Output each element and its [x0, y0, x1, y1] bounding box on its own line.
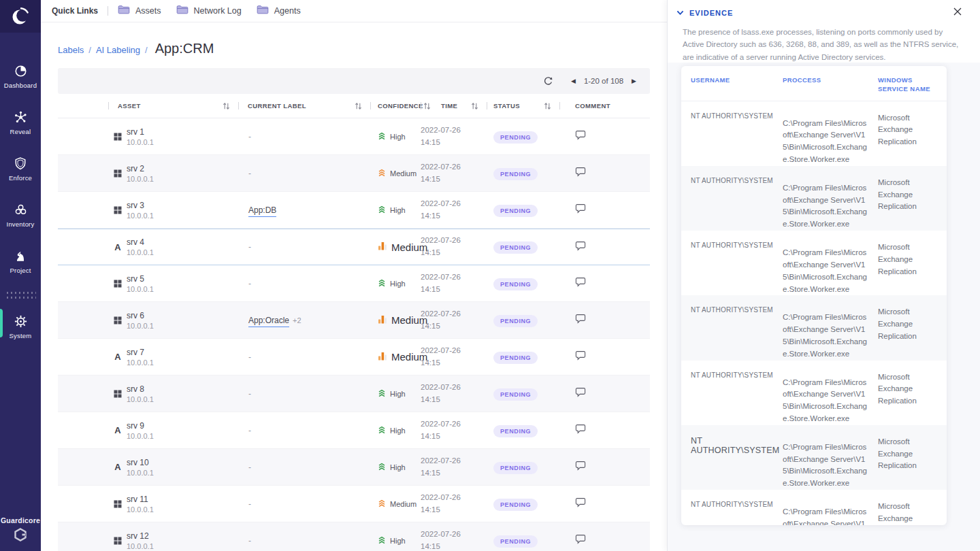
quick-links-label[interactable]: Quick Links [52, 6, 98, 16]
table-row[interactable]: srv 5 10.0.0.1 - High 2022-07-26 14:15 P… [58, 265, 650, 302]
confidence-medium-icon [378, 498, 386, 510]
table-row[interactable]: srv 12 10.0.0.1 - High 2022-07-26 14:15 … [58, 522, 650, 551]
comment-icon[interactable] [575, 534, 586, 544]
comment-icon[interactable] [575, 167, 586, 177]
table-row[interactable]: srv 1 10.0.0.1 - High 2022-07-26 14:15 P… [58, 118, 650, 155]
sort-icon[interactable] [471, 102, 478, 110]
time-cell: 2022-07-26 14:15 [421, 455, 487, 480]
network-graph-icon [14, 110, 28, 124]
asset-ip: 10.0.0.1 [127, 212, 154, 220]
evidence-service-name: Microsoft Exchange Replication [878, 501, 938, 525]
row-time: 14:15 [421, 541, 487, 551]
topbar-item-agents[interactable]: Agents [257, 5, 301, 17]
evidence-process: C:\Program Files\Microsoft\Exchange Serv… [783, 247, 878, 295]
comment-icon[interactable] [575, 424, 586, 434]
current-label-cell: App:DB [238, 205, 370, 215]
row-time: 14:15 [421, 394, 487, 406]
current-label-cell: - [238, 426, 370, 435]
comment-icon[interactable] [575, 497, 586, 507]
evidence-service-name: Microsoft Exchange Replication [878, 241, 938, 295]
guardicore-crescent-logo[interactable] [0, 0, 41, 33]
breadcrumb-link[interactable]: AI Labeling [96, 45, 140, 55]
sidebar-item-reveal[interactable]: Reveal [0, 103, 41, 141]
status-badge: PENDING [493, 425, 538, 437]
confidence-cell: Medium [370, 314, 421, 327]
row-date: 2022-07-26 [421, 308, 487, 320]
generic-asset-icon: A [113, 425, 122, 435]
sort-icon[interactable] [355, 102, 362, 110]
table-row[interactable]: srv 11 10.0.0.1 - Medium 2022-07-26 14:1… [58, 486, 650, 522]
table-row[interactable]: srv 2 10.0.0.1 - Medium 2022-07-26 14:15… [58, 155, 650, 192]
evidence-column-header[interactable]: WINDOWS SERVICE NAME [878, 76, 938, 94]
sidebar-item-project[interactable]: Project [0, 242, 41, 280]
chevron-down-icon[interactable] [676, 10, 684, 16]
sort-icon[interactable] [544, 102, 551, 110]
refresh-button[interactable] [543, 76, 553, 86]
evidence-row[interactable]: NT AUTHORITY\SYSTEM C:\Program Files\Mic… [681, 490, 947, 525]
label-link[interactable]: App:DB [248, 205, 276, 217]
asset-ip: 10.0.0.1 [127, 358, 154, 367]
table-row[interactable]: srv 6 10.0.0.1 App:Oracle+2 Medium 2022-… [58, 302, 650, 339]
topbar-item-network-log[interactable]: Network Log [176, 5, 242, 17]
evidence-username: NT AUTHORITY\SYSTEM [691, 371, 783, 425]
table-row[interactable]: A srv 7 10.0.0.1 - Medium 2022-07-26 14:… [58, 339, 650, 375]
column-header-time[interactable]: TIME [421, 94, 487, 118]
next-page-arrow-icon[interactable]: ▶ [629, 76, 639, 86]
column-header-status[interactable]: STATUS [487, 94, 559, 118]
confidence-high-icon [378, 204, 386, 216]
evidence-row[interactable]: NT AUTHORITY\SYSTEM C:\Program Files\Mic… [681, 101, 947, 166]
evidence-username: NT AUTHORITY\SYSTEM [691, 436, 783, 490]
row-time: 14:15 [421, 137, 487, 149]
evidence-row[interactable]: NT AUTHORITY\SYSTEM C:\Program Files\Mic… [681, 361, 947, 425]
column-header-confidence[interactable]: CONFIDENCE [370, 94, 421, 118]
comment-icon[interactable] [575, 461, 586, 471]
status-badge: PENDING [493, 388, 538, 401]
label-link[interactable]: App:Oracle [248, 316, 289, 327]
confidence-high-icon [378, 388, 386, 400]
table-row[interactable]: A srv 10 10.0.0.1 - High 2022-07-26 14:1… [58, 449, 650, 486]
comment-icon[interactable] [575, 277, 586, 287]
comment-icon[interactable] [575, 350, 586, 361]
empty-label-dash: - [248, 352, 251, 362]
comment-icon[interactable] [575, 314, 586, 324]
column-header-current-label[interactable]: CURRENT LABEL [238, 94, 370, 118]
evidence-column-header[interactable]: USERNAME [691, 76, 783, 94]
comment-icon[interactable] [575, 387, 586, 397]
evidence-username: NT AUTHORITY\SYSTEM [691, 112, 783, 166]
evidence-row[interactable]: NT AUTHORITY\SYSTEM C:\Program Files\Mic… [681, 166, 947, 231]
table-row[interactable]: A srv 4 10.0.0.1 - Medium 2022-07-26 14:… [58, 229, 650, 265]
comment-icon[interactable] [575, 130, 586, 140]
topbar-item-assets[interactable]: Assets [118, 5, 161, 17]
evidence-column-header[interactable]: PROCCESS [783, 76, 878, 94]
comment-icon[interactable] [575, 203, 586, 214]
time-cell: 2022-07-26 14:15 [421, 418, 487, 443]
breadcrumb-link[interactable]: Labels [58, 45, 84, 55]
row-time: 14:15 [421, 431, 487, 443]
label-extra-count[interactable]: +2 [293, 316, 301, 324]
table-toolbar: ◀ 1-20 of 108 ▶ [58, 68, 650, 94]
confidence-text: High [390, 280, 406, 288]
asset-ip: 10.0.0.1 [127, 432, 154, 440]
evidence-process: C:\Program Files\Microsoft\Exchange Serv… [783, 118, 878, 166]
folder-icon [118, 5, 130, 17]
sidebar-item-system[interactable]: System [0, 307, 41, 345]
table-row[interactable]: srv 8 10.0.0.1 - High 2022-07-26 14:15 P… [58, 375, 650, 412]
evidence-title[interactable]: EVIDENCE [689, 9, 733, 17]
column-header-asset[interactable]: ASSET [108, 94, 238, 118]
sidebar-item-enforce[interactable]: Enforce [0, 150, 41, 187]
close-icon[interactable] [953, 7, 962, 16]
table-row[interactable]: srv 3 10.0.0.1 App:DB High 2022-07-26 14… [58, 192, 650, 229]
sidebar-item-inventory[interactable]: Inventory [0, 196, 41, 233]
generic-asset-icon: A [113, 242, 122, 252]
comment-icon[interactable] [575, 241, 586, 251]
table-row[interactable]: A srv 9 10.0.0.1 - High 2022-07-26 14:15… [58, 412, 650, 449]
topbar-divider [108, 6, 108, 16]
column-header-comment[interactable]: COMMENT [559, 94, 650, 118]
sidebar-item-dashboard[interactable]: Dashboard [0, 57, 41, 95]
prev-page-arrow-icon[interactable]: ◀ [568, 76, 578, 86]
evidence-row[interactable]: NT AUTHORITY\SYSTEM C:\Program Files\Mic… [681, 231, 947, 295]
evidence-username: NT AUTHORITY\SYSTEM [691, 241, 783, 295]
evidence-row[interactable]: NT AUTHORITY\SYSTEM C:\Program Files\Mic… [681, 295, 947, 360]
evidence-row[interactable]: NT AUTHORITY\SYSTEM C:\Program Files\Mic… [681, 425, 947, 490]
sort-icon[interactable] [223, 102, 230, 110]
